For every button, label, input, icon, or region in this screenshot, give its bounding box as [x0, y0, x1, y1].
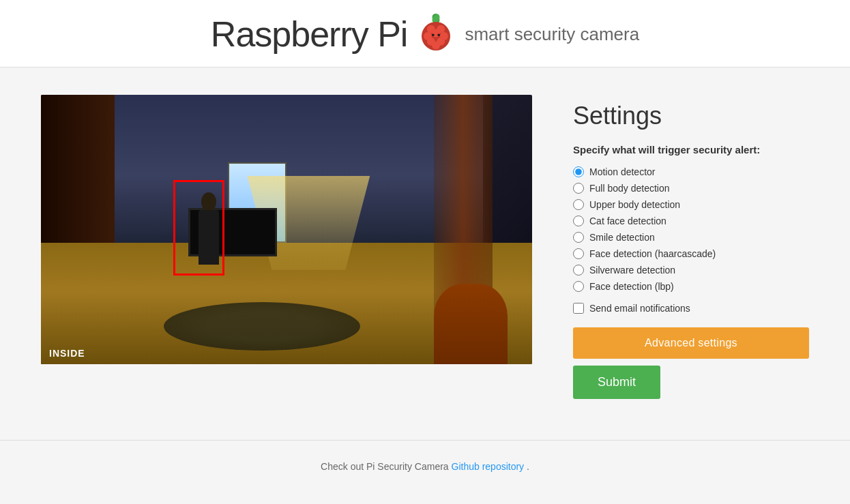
camera-scene: INSIDE — [41, 95, 532, 364]
radio-face-lbp[interactable] — [573, 281, 584, 292]
submit-button[interactable]: Submit — [573, 366, 660, 399]
radio-silverware[interactable] — [573, 265, 584, 276]
radio-item-upper-body[interactable]: Upper body detection — [573, 199, 809, 210]
footer-text-after: . — [527, 461, 529, 472]
advanced-settings-button[interactable]: Advanced settings — [573, 327, 809, 359]
svg-point-13 — [438, 33, 441, 36]
main-content: INSIDE Settings Specify what will trigge… — [0, 68, 850, 426]
email-notify-checkbox[interactable] — [573, 303, 584, 314]
radio-face-haar-label[interactable]: Face detection (haarcascade) — [589, 248, 716, 259]
radio-smile-label[interactable]: Smile detection — [589, 232, 655, 243]
radio-silverware-label[interactable]: Silverware detection — [589, 265, 675, 276]
radio-upper-body-label[interactable]: Upper body detection — [589, 199, 680, 210]
radio-face-haar[interactable] — [573, 248, 584, 259]
radio-item-silverware[interactable]: Silverware detection — [573, 265, 809, 276]
email-checkbox-item[interactable]: Send email notifications — [573, 303, 809, 314]
camera-feed: INSIDE — [41, 95, 532, 399]
radio-face-lbp-label[interactable]: Face detection (lbp) — [589, 281, 674, 292]
radio-upper-body[interactable] — [573, 199, 584, 210]
settings-title: Settings — [573, 102, 809, 130]
app-subtitle: smart security camera — [465, 24, 639, 45]
radio-cat-face[interactable] — [573, 216, 584, 226]
radio-motion-label[interactable]: Motion detector — [589, 166, 656, 177]
radio-full-body-label[interactable]: Full body detection — [589, 183, 670, 194]
radio-item-full-body[interactable]: Full body detection — [573, 183, 809, 194]
radio-item-cat-face[interactable]: Cat face detection — [573, 216, 809, 226]
radio-item-motion[interactable]: Motion detector — [573, 166, 809, 177]
radio-item-face-lbp[interactable]: Face detection (lbp) — [573, 281, 809, 292]
radio-item-face-haar[interactable]: Face detection (haarcascade) — [573, 248, 809, 259]
settings-subtitle: Specify what will trigger security alert… — [573, 144, 809, 155]
app-title: Raspberry Pi — [211, 14, 408, 55]
inside-label: INSIDE — [49, 348, 85, 359]
radio-full-body[interactable] — [573, 183, 584, 194]
detection-radio-group: Motion detector Full body detection Uppe… — [573, 166, 809, 292]
room-carpet — [164, 302, 360, 351]
svg-point-12 — [432, 33, 435, 36]
detection-box — [173, 180, 224, 276]
room-chair — [434, 284, 508, 365]
radio-motion[interactable] — [573, 166, 584, 177]
header: Raspberry Pi smart security camera — [0, 0, 850, 68]
settings-panel: Settings Specify what will trigger secur… — [573, 95, 809, 399]
github-link[interactable]: Github repository — [452, 461, 525, 472]
radio-item-smile[interactable]: Smile detection — [573, 232, 809, 243]
radio-cat-face-label[interactable]: Cat face detection — [589, 216, 666, 226]
footer: Check out Pi Security Camera Github repo… — [0, 440, 850, 492]
footer-text-before: Check out Pi Security Camera — [321, 461, 449, 472]
svg-point-11 — [432, 42, 440, 50]
radio-smile[interactable] — [573, 232, 584, 243]
raspberry-icon — [415, 14, 456, 55]
email-notify-label[interactable]: Send email notifications — [589, 303, 690, 314]
